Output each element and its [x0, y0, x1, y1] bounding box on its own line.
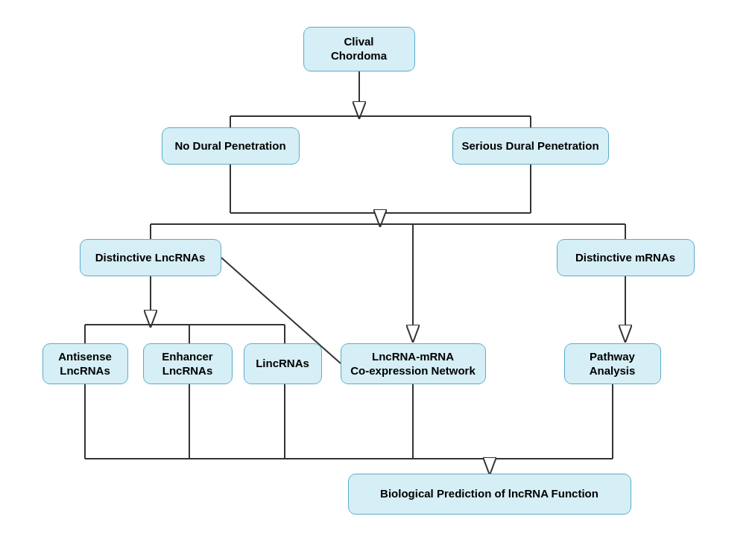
distinctive-lncrnas-node: Distinctive LncRNAs	[80, 239, 221, 276]
serious-dural-node: Serious Dural Penetration	[452, 127, 609, 165]
clival-chordoma-node: ClivalChordoma	[303, 27, 415, 71]
lncrna-mrna-node: LncRNA-mRNACo-expression Network	[341, 343, 486, 384]
lincrnas-node: LincRNAs	[244, 343, 322, 384]
antisense-node: AntisenseLncRNAs	[42, 343, 128, 384]
pathway-node: PathwayAnalysis	[564, 343, 661, 384]
connector-lines	[20, 12, 736, 548]
biological-node: Biological Prediction of lncRNA Function	[348, 474, 631, 515]
enhancer-node: EnhancerLncRNAs	[143, 343, 233, 384]
no-dural-node: No Dural Penetration	[162, 127, 300, 165]
distinctive-mrnas-node: Distinctive mRNAs	[557, 239, 695, 276]
diagram: ClivalChordoma No Dural Penetration Seri…	[20, 12, 736, 548]
